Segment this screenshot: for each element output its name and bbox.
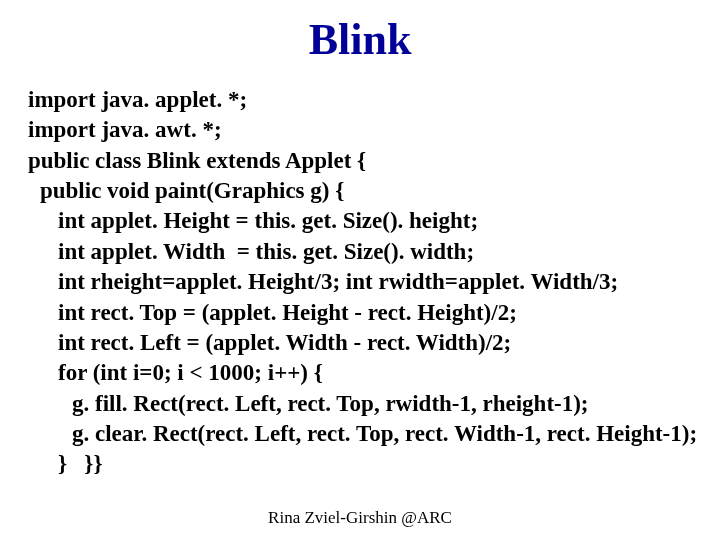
slide-footer: Rina Zviel-Girshin @ARC bbox=[0, 508, 720, 528]
code-line: int rect. Left = (applet. Width - rect. … bbox=[28, 328, 692, 358]
code-line: for (int i=0; i < 1000; i++) { bbox=[28, 358, 692, 388]
code-line: public void paint(Graphics g) { bbox=[28, 176, 692, 206]
code-line: int rect. Top = (applet. Height - rect. … bbox=[28, 298, 692, 328]
code-line: } }} bbox=[28, 449, 692, 479]
code-line: int applet. Height = this. get. Size(). … bbox=[28, 206, 692, 236]
slide-title: Blink bbox=[28, 14, 692, 65]
code-line: import java. awt. *; bbox=[28, 115, 692, 145]
code-line: g. fill. Rect(rect. Left, rect. Top, rwi… bbox=[28, 389, 692, 419]
slide: Blink import java. applet. *; import jav… bbox=[0, 0, 720, 540]
code-line: int rheight=applet. Height/3; int rwidth… bbox=[28, 267, 692, 297]
code-block: import java. applet. *; import java. awt… bbox=[28, 85, 692, 480]
code-line: g. clear. Rect(rect. Left, rect. Top, re… bbox=[28, 419, 692, 449]
code-line: int applet. Width = this. get. Size(). w… bbox=[28, 237, 692, 267]
code-line: import java. applet. *; bbox=[28, 85, 692, 115]
code-line: public class Blink extends Applet { bbox=[28, 146, 692, 176]
